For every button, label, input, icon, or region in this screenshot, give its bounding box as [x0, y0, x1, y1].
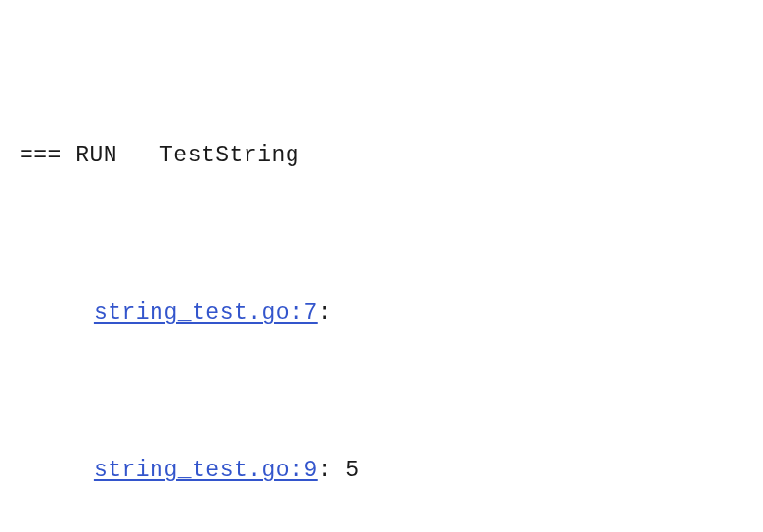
test-output-console: === RUN TestString string_test.go:7: str…	[20, 18, 743, 532]
source-suffix: :	[318, 458, 346, 483]
run-header-line: === RUN TestString	[20, 136, 743, 175]
source-line: string_test.go:9: 5	[20, 451, 743, 490]
test-name: TestString	[159, 143, 299, 168]
run-marker: === RUN	[20, 143, 159, 168]
source-value: 5	[345, 458, 359, 483]
source-line: string_test.go:7:	[20, 293, 743, 332]
source-suffix: :	[318, 300, 332, 326]
file-link[interactable]: string_test.go:9	[94, 458, 318, 483]
file-link[interactable]: string_test.go:7	[94, 300, 318, 326]
